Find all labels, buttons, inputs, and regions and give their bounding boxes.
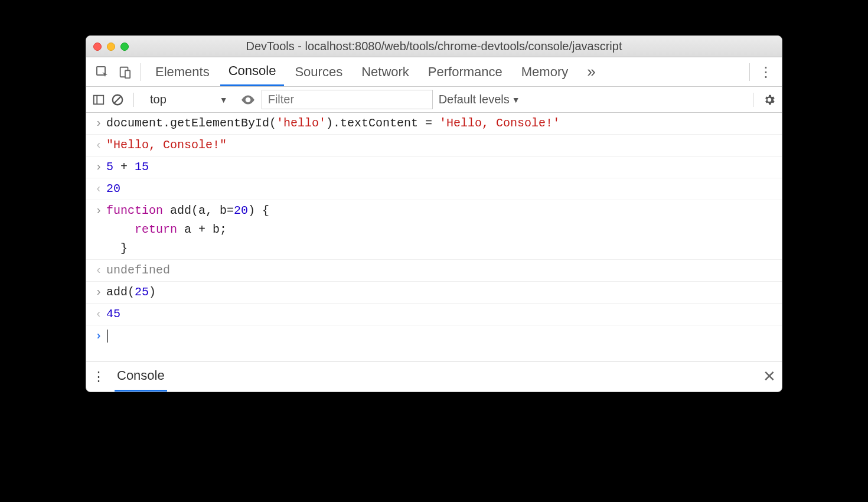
console-output-row: ‹20 bbox=[86, 178, 782, 200]
toolbar-divider bbox=[133, 93, 134, 107]
filter-input[interactable] bbox=[262, 90, 433, 109]
levels-label: Default levels bbox=[439, 93, 510, 106]
output-chevron-icon: ‹ bbox=[91, 261, 106, 280]
execution-context-select[interactable]: top ▼ bbox=[143, 91, 234, 108]
drawer-close-icon[interactable]: ✕ bbox=[763, 367, 776, 386]
log-levels-select[interactable]: Default levels ▼ bbox=[439, 93, 520, 106]
tab-memory[interactable]: Memory bbox=[513, 57, 576, 86]
code-content: function add(a, b=20) { return a + b; } bbox=[106, 201, 777, 258]
console-input-row: ›add(25) bbox=[86, 282, 782, 304]
clear-console-icon[interactable] bbox=[111, 93, 124, 106]
tab-label: Elements bbox=[155, 64, 210, 80]
input-chevron-icon: › bbox=[91, 114, 106, 133]
tab-console[interactable]: Console bbox=[220, 57, 285, 86]
context-label: top bbox=[150, 93, 167, 106]
dropdown-caret-icon: ▼ bbox=[220, 95, 228, 105]
code-content: add(25) bbox=[106, 283, 777, 302]
tabs-overflow-button[interactable]: » bbox=[579, 57, 603, 86]
main-toolbar: ElementsConsoleSourcesNetworkPerformance… bbox=[86, 57, 782, 87]
code-content: 20 bbox=[106, 180, 777, 198]
toolbar-divider bbox=[753, 93, 753, 107]
console-output-row: ‹"Hello, Console!" bbox=[86, 135, 782, 157]
console-input-row: ›function add(a, b=20) { return a + b; } bbox=[86, 200, 782, 260]
console-input-row: ›5 + 15 bbox=[86, 157, 782, 178]
input-chevron-icon: › bbox=[91, 201, 106, 258]
code-content: undefined bbox=[106, 261, 777, 280]
output-chevron-icon: ‹ bbox=[91, 180, 106, 198]
tab-label: Memory bbox=[521, 64, 568, 80]
console-prompt-row[interactable]: › bbox=[86, 325, 782, 347]
console-output-row: ‹undefined bbox=[86, 260, 782, 282]
input-chevron-icon: › bbox=[91, 158, 106, 177]
svg-line-6 bbox=[115, 96, 121, 103]
toolbar-divider bbox=[749, 63, 750, 81]
titlebar: DevTools - localhost:8080/web/tools/chro… bbox=[86, 36, 782, 57]
tab-performance[interactable]: Performance bbox=[420, 57, 511, 86]
tab-elements[interactable]: Elements bbox=[147, 57, 218, 86]
tab-label: Performance bbox=[428, 64, 502, 80]
window-title: DevTools - localhost:8080/web/tools/chro… bbox=[86, 40, 782, 53]
svg-rect-2 bbox=[125, 70, 130, 78]
input-chevron-icon: › bbox=[91, 283, 106, 302]
tab-label: Console bbox=[229, 63, 276, 79]
console-output-row: ‹45 bbox=[86, 304, 782, 325]
toggle-console-sidebar-icon[interactable] bbox=[92, 93, 105, 106]
inspect-element-icon[interactable] bbox=[92, 62, 112, 82]
console-input[interactable] bbox=[106, 327, 777, 345]
live-expression-icon[interactable] bbox=[240, 92, 256, 107]
tab-sources[interactable]: Sources bbox=[286, 57, 351, 86]
device-toolbar-icon[interactable] bbox=[115, 62, 135, 82]
code-content: 5 + 15 bbox=[106, 158, 777, 177]
chevrons-right-icon: » bbox=[587, 63, 595, 81]
console-toolbar: top ▼ Default levels ▼ bbox=[86, 87, 782, 113]
tab-network[interactable]: Network bbox=[353, 57, 417, 86]
console-settings-icon[interactable] bbox=[763, 93, 776, 106]
code-content: 45 bbox=[106, 305, 777, 324]
drawer-tab-label: Console bbox=[117, 368, 165, 383]
devtools-window: DevTools - localhost:8080/web/tools/chro… bbox=[86, 35, 782, 392]
toolbar-divider bbox=[141, 63, 141, 81]
drawer-tab-console[interactable]: Console bbox=[115, 361, 167, 392]
more-options-icon[interactable]: ⋮ bbox=[756, 62, 776, 82]
drawer: ⋮ Console ✕ bbox=[86, 361, 782, 392]
spacer bbox=[86, 347, 782, 361]
dropdown-caret-icon: ▼ bbox=[512, 95, 520, 105]
console-output[interactable]: ›document.getElementById('hello').textCo… bbox=[86, 113, 782, 325]
tab-label: Network bbox=[361, 64, 409, 80]
output-chevron-icon: ‹ bbox=[91, 305, 106, 324]
tab-label: Sources bbox=[295, 64, 342, 80]
prompt-chevron-icon: › bbox=[91, 327, 106, 345]
code-content: document.getElementById('hello').textCon… bbox=[106, 114, 777, 133]
output-chevron-icon: ‹ bbox=[91, 136, 106, 155]
svg-rect-3 bbox=[94, 95, 104, 104]
drawer-more-icon[interactable]: ⋮ bbox=[92, 369, 105, 384]
code-content: "Hello, Console!" bbox=[106, 136, 777, 155]
console-input-row: ›document.getElementById('hello').textCo… bbox=[86, 113, 782, 135]
